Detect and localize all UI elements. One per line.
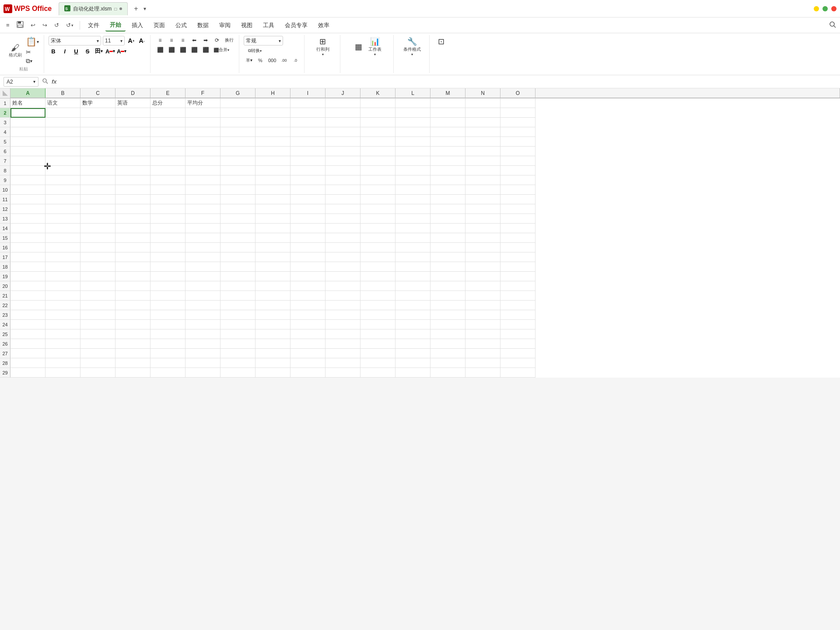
cell-G29[interactable]	[220, 368, 256, 378]
cell-E29[interactable]	[150, 368, 186, 378]
col-header-K[interactable]: K	[360, 88, 396, 98]
cell-H7[interactable]	[256, 156, 290, 166]
cell-E28[interactable]	[150, 358, 186, 368]
cell-J5[interactable]	[326, 137, 360, 147]
cell-L20[interactable]	[396, 281, 430, 291]
cell-A8[interactable]	[10, 166, 46, 175]
cell-O2[interactable]	[500, 108, 536, 118]
cell-E5[interactable]	[150, 137, 186, 147]
cell-I21[interactable]	[290, 291, 326, 301]
cell-O4[interactable]	[500, 127, 536, 137]
cell-M12[interactable]	[430, 204, 466, 214]
cell-I6[interactable]	[290, 147, 326, 156]
row-header-9[interactable]: 9	[0, 175, 10, 185]
cell-F3[interactable]	[186, 118, 220, 127]
cell-O21[interactable]	[500, 291, 536, 301]
cell-B7[interactable]	[46, 156, 80, 166]
cell-E12[interactable]	[150, 204, 186, 214]
cell-C29[interactable]	[80, 368, 116, 378]
cell-J19[interactable]	[326, 272, 360, 281]
row-header-27[interactable]: 27	[0, 349, 10, 358]
cell-D21[interactable]	[116, 291, 150, 301]
cell-D20[interactable]	[116, 281, 150, 291]
cell-J10[interactable]	[326, 185, 360, 195]
cell-M27[interactable]	[430, 349, 466, 358]
cell-A6[interactable]	[10, 147, 46, 156]
align-left-button[interactable]: ⬛	[155, 46, 165, 54]
cell-H4[interactable]	[256, 127, 290, 137]
cell-L18[interactable]	[396, 262, 430, 272]
row-header-25[interactable]: 25	[0, 329, 10, 339]
cell-I16[interactable]	[290, 243, 326, 252]
cell-G3[interactable]	[220, 118, 256, 127]
percent-button[interactable]: 羊▾	[244, 56, 254, 65]
cell-D5[interactable]	[116, 137, 150, 147]
row-col-button[interactable]: ⊞ 行和列 ▾	[315, 36, 331, 57]
cell-N29[interactable]	[466, 368, 500, 378]
cell-I4[interactable]	[290, 127, 326, 137]
cell-N24[interactable]	[466, 320, 500, 329]
file-tab[interactable]: S 自动化处理.xlsm □	[59, 2, 128, 15]
cell-J18[interactable]	[326, 262, 360, 272]
cell-K3[interactable]	[360, 118, 396, 127]
cell-J16[interactable]	[326, 243, 360, 252]
underline-button[interactable]: U	[71, 46, 81, 56]
cell-J26[interactable]	[326, 339, 360, 349]
cell-K19[interactable]	[360, 272, 396, 281]
cell-D14[interactable]	[116, 224, 150, 233]
cell-H25[interactable]	[256, 329, 290, 339]
cell-J2[interactable]	[326, 108, 360, 118]
worksheet-button[interactable]: 📊 工作表 ▾	[367, 36, 383, 57]
cell-B1[interactable]: 语文	[46, 98, 80, 108]
row-header-20[interactable]: 20	[0, 281, 10, 291]
cell-H14[interactable]	[256, 224, 290, 233]
cell-O29[interactable]	[500, 368, 536, 378]
cell-D29[interactable]	[116, 368, 150, 378]
cell-D25[interactable]	[116, 329, 150, 339]
cell-N1[interactable]	[466, 98, 500, 108]
cell-N9[interactable]	[466, 175, 500, 185]
fill-color-button[interactable]: A ▾	[105, 46, 115, 56]
cell-E20[interactable]	[150, 281, 186, 291]
cell-O22[interactable]	[500, 301, 536, 310]
cell-A18[interactable]	[10, 262, 46, 272]
cell-K9[interactable]	[360, 175, 396, 185]
col-header-O[interactable]: O	[500, 88, 536, 98]
cell-E7[interactable]	[150, 156, 186, 166]
cell-F19[interactable]	[186, 272, 220, 281]
row-header-13[interactable]: 13	[0, 214, 10, 224]
expand-ribbon-button[interactable]: ⊡	[434, 36, 448, 47]
cell-G14[interactable]	[220, 224, 256, 233]
cell-A2[interactable]	[10, 108, 46, 118]
cell-B5[interactable]	[46, 137, 80, 147]
cell-M8[interactable]	[430, 166, 466, 175]
cell-G27[interactable]	[220, 349, 256, 358]
cell-F6[interactable]	[186, 147, 220, 156]
cell-J22[interactable]	[326, 301, 360, 310]
cell-L14[interactable]	[396, 224, 430, 233]
cell-J3[interactable]	[326, 118, 360, 127]
cell-E21[interactable]	[150, 291, 186, 301]
cell-H23[interactable]	[256, 310, 290, 320]
cell-I9[interactable]	[290, 175, 326, 185]
cell-H18[interactable]	[256, 262, 290, 272]
cell-C6[interactable]	[80, 147, 116, 156]
cell-B12[interactable]	[46, 204, 80, 214]
cell-L15[interactable]	[396, 233, 430, 243]
cell-L11[interactable]	[396, 195, 430, 204]
formula-input[interactable]	[60, 77, 836, 87]
cell-D16[interactable]	[116, 243, 150, 252]
cell-F23[interactable]	[186, 310, 220, 320]
redo-icon[interactable]: ↪	[40, 20, 50, 30]
cell-F5[interactable]	[186, 137, 220, 147]
cell-M16[interactable]	[430, 243, 466, 252]
row-header-29[interactable]: 29	[0, 368, 10, 378]
tab-add-area[interactable]: + ▾	[132, 5, 146, 13]
percent-sign-button[interactable]: %	[255, 56, 266, 65]
cell-N12[interactable]	[466, 204, 500, 214]
cell-I13[interactable]	[290, 214, 326, 224]
cell-B14[interactable]	[46, 224, 80, 233]
cell-A3[interactable]	[10, 118, 46, 127]
cell-K20[interactable]	[360, 281, 396, 291]
cell-K1[interactable]	[360, 98, 396, 108]
